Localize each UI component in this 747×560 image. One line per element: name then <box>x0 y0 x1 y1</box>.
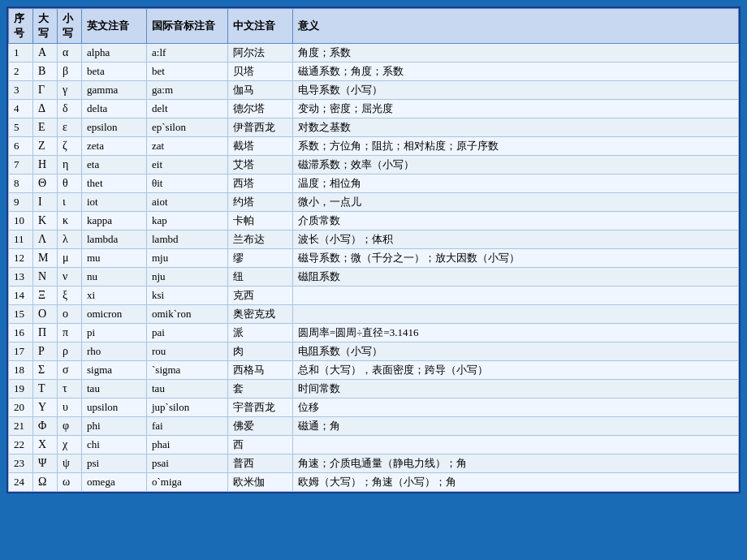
cell-cn-name: 兰布达 <box>228 230 293 249</box>
cell-upper: Ζ <box>33 137 58 156</box>
table-row: 11Λλlambdalambd兰布达波长（小写）；体积 <box>9 230 739 249</box>
cell-upper: Φ <box>33 417 58 436</box>
table-row: 9Ιιiotaiot约塔微小，一点儿 <box>9 193 739 212</box>
cell-num: 3 <box>9 81 33 100</box>
cell-eng: iot <box>82 193 147 212</box>
cell-cn-name: 缪 <box>228 249 293 268</box>
table-row: 12Μμmumju缪磁导系数；微（千分之一）；放大因数（小写） <box>9 249 739 268</box>
cell-cn-name: 肉 <box>228 342 293 361</box>
cell-lower: σ <box>58 361 82 380</box>
cell-eng: lambda <box>82 230 147 249</box>
cell-ipa: o`miga <box>147 473 228 492</box>
cell-num: 11 <box>9 230 33 249</box>
cell-eng: delta <box>82 100 147 118</box>
cell-upper: Υ <box>33 398 58 417</box>
cell-cn-name: 套 <box>228 380 293 398</box>
cell-lower: ν <box>58 268 82 286</box>
cell-meaning: 磁通系数；角度；系数 <box>293 62 739 81</box>
cell-ipa: jup`silon <box>147 398 228 417</box>
greek-letters-table: 序号 大写 小写 英文注音 国际音标注音 中文注音 意义 1Ααalphaa:l… <box>6 6 741 493</box>
cell-upper: Μ <box>33 249 58 268</box>
cell-eng: upsilon <box>82 398 147 417</box>
cell-upper: Ι <box>33 193 58 212</box>
cell-cn-name: 欧米伽 <box>228 473 293 492</box>
cell-num: 23 <box>9 454 33 473</box>
cell-num: 5 <box>9 118 33 137</box>
cell-meaning: 角度；系数 <box>293 44 739 62</box>
cell-eng: zeta <box>82 137 147 156</box>
cell-eng: nu <box>82 268 147 286</box>
cell-meaning: 总和（大写），表面密度；跨导（小写） <box>293 361 739 380</box>
cell-meaning: 电阻系数（小写） <box>293 342 739 361</box>
cell-cn-name: 西塔 <box>228 174 293 193</box>
table-row: 17Ρρrhorou肉电阻系数（小写） <box>9 342 739 361</box>
cell-lower: ρ <box>58 342 82 361</box>
cell-upper: Π <box>33 324 58 342</box>
cell-eng: epsilon <box>82 118 147 137</box>
cell-eng: rho <box>82 342 147 361</box>
header-ipa: 国际音标注音 <box>147 9 228 44</box>
cell-cn-name: 卡帕 <box>228 212 293 230</box>
cell-cn-name: 伽马 <box>228 81 293 100</box>
cell-meaning: 电导系数（小写） <box>293 81 739 100</box>
cell-upper: Σ <box>33 361 58 380</box>
cell-ipa: lambd <box>147 230 228 249</box>
cell-ipa: kap <box>147 212 228 230</box>
cell-cn-name: 阿尔法 <box>228 44 293 62</box>
cell-ipa: bet <box>147 62 228 81</box>
cell-num: 8 <box>9 174 33 193</box>
cell-ipa: psai <box>147 454 228 473</box>
cell-eng: chi <box>82 436 147 454</box>
cell-ipa: rou <box>147 342 228 361</box>
cell-upper: Λ <box>33 230 58 249</box>
cell-cn-name: 奥密克戎 <box>228 305 293 324</box>
cell-num: 18 <box>9 361 33 380</box>
cell-ipa: omik`ron <box>147 305 228 324</box>
cell-eng: kappa <box>82 212 147 230</box>
cell-meaning: 位移 <box>293 398 739 417</box>
cell-lower: υ <box>58 398 82 417</box>
table-row: 18Σσsigma`sigma西格马总和（大写），表面密度；跨导（小写） <box>9 361 739 380</box>
cell-num: 20 <box>9 398 33 417</box>
cell-eng: tau <box>82 380 147 398</box>
cell-lower: ε <box>58 118 82 137</box>
cell-eng: omega <box>82 473 147 492</box>
cell-meaning: 变动；密度；屈光度 <box>293 100 739 118</box>
cell-upper: Γ <box>33 81 58 100</box>
cell-lower: ω <box>58 473 82 492</box>
cell-lower: δ <box>58 100 82 118</box>
cell-num: 22 <box>9 436 33 454</box>
cell-lower: φ <box>58 417 82 436</box>
cell-lower: γ <box>58 81 82 100</box>
cell-ipa: ga:m <box>147 81 228 100</box>
cell-num: 12 <box>9 249 33 268</box>
cell-num: 17 <box>9 342 33 361</box>
cell-ipa: phai <box>147 436 228 454</box>
cell-upper: Χ <box>33 436 58 454</box>
cell-num: 7 <box>9 156 33 174</box>
cell-eng: sigma <box>82 361 147 380</box>
cell-upper: Ε <box>33 118 58 137</box>
cell-meaning: 圆周率=圆周÷直径=3.1416 <box>293 324 739 342</box>
table-row: 20Υυupsilonjup`silon宇普西龙位移 <box>9 398 739 417</box>
cell-lower: π <box>58 324 82 342</box>
cell-lower: ξ <box>58 286 82 305</box>
table-row: 23Ψψpsipsai普西角速；介质电通量（静电力线）；角 <box>9 454 739 473</box>
cell-upper: Κ <box>33 212 58 230</box>
cell-meaning: 角速；介质电通量（静电力线）；角 <box>293 454 739 473</box>
cell-lower: ο <box>58 305 82 324</box>
table-row: 6Ζζzetazat截塔系数；方位角；阻抗；相对粘度；原子序数 <box>9 137 739 156</box>
cell-eng: alpha <box>82 44 147 62</box>
cell-meaning: 时间常数 <box>293 380 739 398</box>
cell-meaning: 磁导系数；微（千分之一）；放大因数（小写） <box>293 249 739 268</box>
cell-num: 9 <box>9 193 33 212</box>
cell-num: 6 <box>9 137 33 156</box>
cell-ipa: fai <box>147 417 228 436</box>
cell-meaning: 磁滞系数；效率（小写） <box>293 156 739 174</box>
table-row: 5Εεepsilonep`silon伊普西龙对数之基数 <box>9 118 739 137</box>
cell-upper: Δ <box>33 100 58 118</box>
cell-eng: gamma <box>82 81 147 100</box>
cell-eng: thet <box>82 174 147 193</box>
cell-lower: τ <box>58 380 82 398</box>
header-eng: 英文注音 <box>82 9 147 44</box>
